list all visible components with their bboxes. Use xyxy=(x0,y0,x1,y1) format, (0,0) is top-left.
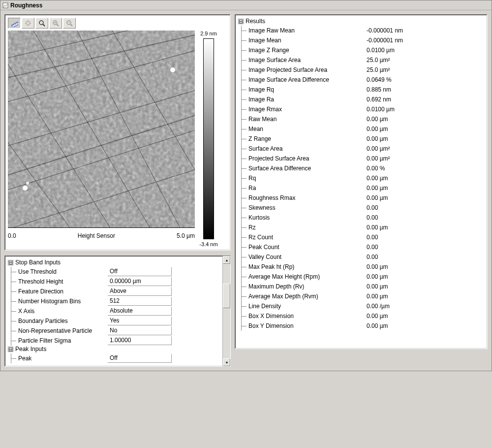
row-value: 0.00 µm xyxy=(367,293,484,300)
row-label: Peak Count xyxy=(248,244,367,251)
row-label: Skewness xyxy=(248,204,367,211)
tree-row: Image Z Range0.0100 µm xyxy=(242,45,484,55)
row-value-input[interactable]: Absolute xyxy=(108,307,172,316)
row-label: Non-Representative Particle xyxy=(18,327,108,334)
tree-row: PeakOff xyxy=(11,353,217,363)
tree-row: Image Raw Mean-0.000001 nm xyxy=(242,26,484,35)
row-value: 0.00 µm xyxy=(367,313,484,320)
tree-row: Max Peak ht (Rp)0.00 µm xyxy=(242,262,484,272)
tree-row: Projected Surface Area0.00 µm² xyxy=(242,154,484,163)
ruler-tool-button[interactable] xyxy=(8,18,21,29)
row-value: 0.00 µm xyxy=(367,224,484,231)
tree-row: Image Rq0.885 nm xyxy=(242,85,484,95)
titlebar[interactable]: Roughness xyxy=(0,0,492,10)
scroll-track[interactable] xyxy=(223,264,230,358)
stopband-header[interactable]: ⊟ Stop Band Inputs xyxy=(8,259,217,266)
row-value: 25.0 µm² xyxy=(367,57,484,64)
image-x-axis: 0.0 Height Sensor 5.0 µm xyxy=(8,227,195,242)
row-label: Raw Mean xyxy=(248,116,367,123)
row-value: 0.0649 % xyxy=(367,76,484,83)
image-toolbar xyxy=(8,18,227,29)
row-label: Rz Count xyxy=(248,234,367,241)
inputs-panel: ⊟ Stop Band Inputs Use ThresholdOffThres… xyxy=(4,256,231,367)
tree-row: Rz Count0.00 xyxy=(242,232,484,242)
tree-row: Ra0.00 µm xyxy=(242,183,484,193)
inputs-scrollbar[interactable]: ▴ ▾ xyxy=(222,256,230,366)
tree-row: Use ThresholdOff xyxy=(11,267,217,277)
tree-row: Rq0.00 µm xyxy=(242,173,484,183)
scale-max: 2.9 nm xyxy=(200,31,217,36)
row-label: Image Projected Surface Area xyxy=(248,66,367,73)
row-value: 0.00 µm xyxy=(367,194,484,201)
tree-row: Peak Count0.00 xyxy=(242,242,484,252)
row-label: Rq xyxy=(248,175,367,182)
row-value: 0.00 xyxy=(367,254,484,260)
row-label: Surface Area xyxy=(248,145,367,152)
row-value: 0.00 µm xyxy=(367,116,484,123)
tree-row: Surface Area0.00 µm² xyxy=(242,144,484,154)
collapse-icon[interactable]: ⊟ xyxy=(8,260,13,265)
row-label: Image Raw Mean xyxy=(248,27,367,34)
row-value: 0.00 xyxy=(367,204,484,211)
row-label: Average Max Height (Rpm) xyxy=(248,273,367,280)
tree-row: Feature DirectionAbove xyxy=(11,287,217,296)
row-label: Image Rq xyxy=(248,86,367,93)
row-label: Rz xyxy=(248,224,367,231)
zoom-tool-button[interactable] xyxy=(35,18,48,29)
results-title: Results xyxy=(246,18,265,25)
tree-row: Image Rmax0.0100 µm xyxy=(242,104,484,114)
svg-point-40 xyxy=(23,186,28,191)
row-value: 0.0100 µm xyxy=(367,106,484,113)
tree-row: Raw Mean0.00 µm xyxy=(242,114,484,124)
svg-point-41 xyxy=(26,182,29,185)
afm-image-region[interactable]: 0.0 Height Sensor 5.0 µm xyxy=(8,31,195,247)
scroll-down-button[interactable]: ▾ xyxy=(223,358,230,366)
row-label: Max Peak ht (Rp) xyxy=(248,263,367,270)
row-value-input[interactable]: 512 xyxy=(108,297,172,306)
row-value-input[interactable]: No xyxy=(108,326,172,335)
results-header[interactable]: ⊟ Results xyxy=(238,18,484,25)
row-value: -0.000001 nm xyxy=(367,27,484,34)
svg-line-13 xyxy=(29,24,30,25)
peak-header[interactable]: ⊟ Peak Inputs xyxy=(8,346,217,352)
sparkle-tool-button[interactable] xyxy=(22,18,34,29)
collapse-icon[interactable]: ⊟ xyxy=(8,347,13,352)
row-value: 25.0 µm² xyxy=(367,66,484,73)
scroll-up-button[interactable]: ▴ xyxy=(223,256,230,264)
tree-row: Average Max Depth (Rvm)0.00 µm xyxy=(242,291,484,301)
row-value: 0.885 nm xyxy=(367,86,484,93)
collapse-icon[interactable]: ⊟ xyxy=(238,19,244,24)
row-value-input[interactable]: 1.00000 xyxy=(108,336,172,345)
tree-row: X AxisAbsolute xyxy=(11,306,217,316)
row-value-input[interactable]: Yes xyxy=(108,317,172,325)
row-label: Image Rmax xyxy=(248,106,367,113)
row-value: 0.00 /µm xyxy=(367,303,484,310)
row-value: 0.0100 µm xyxy=(367,47,484,54)
row-value-input[interactable]: Above xyxy=(108,287,172,296)
tree-row: Threshold Height0.00000 µm xyxy=(11,277,217,287)
scroll-thumb[interactable] xyxy=(223,284,230,308)
zoom-out-button[interactable] xyxy=(63,18,76,29)
zoom-in-button[interactable] xyxy=(49,18,62,29)
row-label: Feature Direction xyxy=(18,288,108,295)
row-value: 0.00 µm xyxy=(367,263,484,270)
tree-row: Image Surface Area Difference0.0649 % xyxy=(242,75,484,85)
row-label: Maximum Depth (Rv) xyxy=(248,283,367,290)
tree-row: Skewness0.00 xyxy=(242,203,484,213)
row-value-input[interactable]: 0.00000 µm xyxy=(108,277,172,286)
row-label: Projected Surface Area xyxy=(248,155,367,162)
row-value: 0.00 µm xyxy=(367,175,484,182)
row-value: 0.00 µm xyxy=(367,135,484,142)
row-value-input[interactable]: Off xyxy=(108,354,172,363)
tree-row: Box X Dimension0.00 µm xyxy=(242,311,484,321)
row-value: 0.00 µm xyxy=(367,273,484,280)
svg-rect-26 xyxy=(8,31,195,227)
row-value: 0.00 µm xyxy=(367,126,484,132)
results-tree: Image Raw Mean-0.000001 nmImage Mean-0.0… xyxy=(241,26,484,331)
row-value-input[interactable]: Off xyxy=(108,267,172,276)
row-label: Image Surface Area Difference xyxy=(248,76,367,83)
svg-point-16 xyxy=(39,21,43,25)
scale-min: -3.4 nm xyxy=(199,241,217,247)
tree-row: Particle Filter Sigma1.00000 xyxy=(11,336,217,346)
app-icon xyxy=(2,2,8,8)
